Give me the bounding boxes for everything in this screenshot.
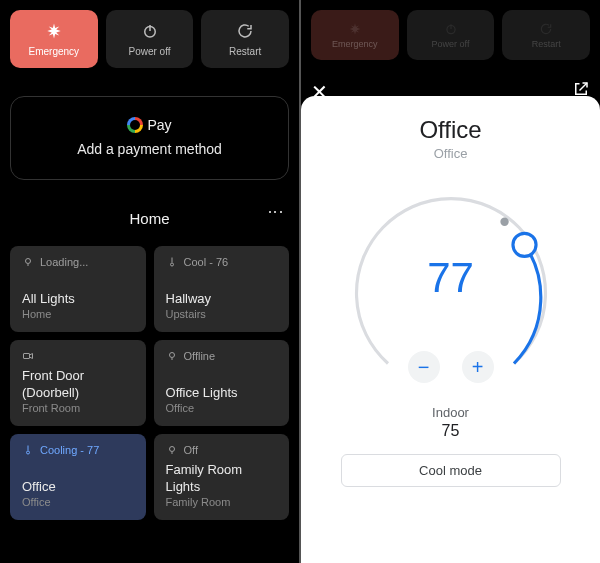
emergency-icon bbox=[45, 22, 63, 42]
device-grid: Loading... All Lights Home Cool - 76 Hal… bbox=[10, 246, 289, 520]
device-location: Office bbox=[22, 496, 134, 508]
device-card-office-lights[interactable]: Offline Office Lights Office bbox=[154, 340, 290, 426]
thermostat-dial[interactable]: 77 − + bbox=[346, 185, 556, 395]
thermostat-pane: Emergency Power off Restart ✕ Office Off… bbox=[301, 0, 600, 563]
restart-icon bbox=[236, 22, 254, 42]
power-row-dimmed: Emergency Power off Restart bbox=[301, 0, 600, 68]
device-card-front-door[interactable]: Front Door (Doorbell) Front Room bbox=[10, 340, 146, 426]
svg-point-4 bbox=[170, 263, 173, 266]
device-name: Office Lights bbox=[166, 385, 278, 402]
power-row: Emergency Power off Restart bbox=[10, 10, 289, 68]
device-location: Family Room bbox=[166, 496, 278, 508]
bulb-icon bbox=[22, 256, 34, 268]
thermostat-title: Office bbox=[419, 116, 481, 144]
device-status: Loading... bbox=[40, 256, 88, 268]
thermostat-subtitle: Office bbox=[434, 146, 468, 161]
restart-label: Restart bbox=[229, 46, 261, 57]
device-card-family-room-lights[interactable]: Off Family Room Lights Family Room bbox=[154, 434, 290, 520]
indoor-value: 75 bbox=[442, 422, 460, 440]
restart-button[interactable]: Restart bbox=[201, 10, 289, 68]
power-off-button-dimmed: Power off bbox=[407, 10, 495, 60]
thermostat-mode-button[interactable]: Cool mode bbox=[341, 454, 561, 487]
device-status: Offline bbox=[184, 350, 216, 362]
gpay-message: Add a payment method bbox=[77, 141, 222, 157]
temp-increase-button[interactable]: + bbox=[462, 351, 494, 383]
emergency-button-dimmed: Emergency bbox=[311, 10, 399, 60]
temp-decrease-button[interactable]: − bbox=[408, 351, 440, 383]
device-name: All Lights bbox=[22, 291, 134, 308]
device-status: Cooling - 77 bbox=[40, 444, 99, 456]
svg-point-2 bbox=[26, 259, 31, 264]
device-location: Front Room bbox=[22, 402, 134, 414]
camera-icon bbox=[22, 350, 34, 362]
device-location: Office bbox=[166, 402, 278, 414]
device-name: Hallway bbox=[166, 291, 278, 308]
device-location: Home bbox=[22, 308, 134, 320]
device-card-hallway[interactable]: Cool - 76 Hallway Upstairs bbox=[154, 246, 290, 332]
home-header: Home ⋮ bbox=[10, 204, 289, 232]
gpay-text: Pay bbox=[147, 117, 171, 133]
power-off-label: Power off bbox=[128, 46, 170, 57]
device-name: Front Door (Doorbell) bbox=[22, 368, 134, 402]
device-card-all-lights[interactable]: Loading... All Lights Home bbox=[10, 246, 146, 332]
emergency-button[interactable]: Emergency bbox=[10, 10, 98, 68]
device-name: Office bbox=[22, 479, 134, 496]
device-location: Upstairs bbox=[166, 308, 278, 320]
svg-point-7 bbox=[169, 353, 174, 358]
power-menu-pane: Emergency Power off Restart Pay Add a pa… bbox=[0, 0, 299, 563]
svg-point-12 bbox=[446, 25, 454, 33]
svg-point-9 bbox=[27, 451, 30, 454]
thermometer-icon bbox=[166, 256, 178, 268]
power-off-button[interactable]: Power off bbox=[106, 10, 194, 68]
restart-button-dimmed: Restart bbox=[502, 10, 590, 60]
open-external-icon[interactable] bbox=[572, 80, 590, 102]
close-icon[interactable]: ✕ bbox=[311, 80, 328, 104]
device-card-office-thermostat[interactable]: Cooling - 77 Office Office bbox=[10, 434, 146, 520]
bulb-icon bbox=[166, 444, 178, 456]
svg-point-10 bbox=[169, 447, 174, 452]
emergency-label: Emergency bbox=[29, 46, 80, 57]
gpay-logo: Pay bbox=[127, 117, 171, 133]
svg-marker-6 bbox=[30, 354, 33, 359]
device-name: Family Room Lights bbox=[166, 462, 278, 496]
device-status: Off bbox=[184, 444, 198, 456]
svg-rect-5 bbox=[24, 354, 30, 359]
indoor-label: Indoor bbox=[432, 405, 469, 420]
thermometer-icon bbox=[22, 444, 34, 456]
google-g-icon bbox=[127, 117, 143, 133]
power-icon bbox=[141, 22, 159, 42]
bulb-icon bbox=[166, 350, 178, 362]
thermostat-sheet: Office Office 77 − + Indoor 75 Cool mode bbox=[301, 96, 600, 563]
gpay-card[interactable]: Pay Add a payment method bbox=[10, 96, 289, 180]
device-status: Cool - 76 bbox=[184, 256, 229, 268]
home-title: Home bbox=[130, 210, 170, 227]
more-icon[interactable]: ⋮ bbox=[266, 204, 285, 221]
